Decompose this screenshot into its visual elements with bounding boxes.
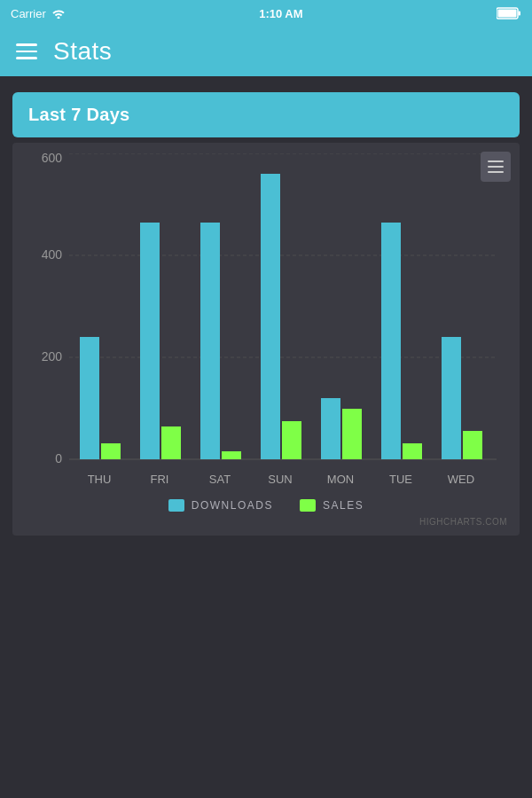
page-title: Stats <box>53 37 112 66</box>
svg-text:400: 400 <box>42 247 63 262</box>
legend-sales: SALES <box>300 499 364 512</box>
hamburger-menu-button[interactable] <box>16 43 37 59</box>
bar-fri-downloads <box>140 223 160 459</box>
bar-sun-sales <box>282 421 301 459</box>
bar-tue-downloads <box>381 223 401 459</box>
period-label: Last 7 Days <box>28 105 129 124</box>
label-fri: FRI <box>151 473 169 486</box>
label-tue: TUE <box>389 473 412 486</box>
svg-text:600: 600 <box>42 153 63 165</box>
chart-menu-button[interactable] <box>481 152 511 182</box>
svg-rect-2 <box>497 10 516 18</box>
carrier-label: Carrier <box>11 7 46 20</box>
time-display: 1:10 AM <box>259 7 302 20</box>
bar-thu-sales <box>101 443 121 459</box>
highcharts-watermark: HIGHCHARTS.COM <box>21 517 511 527</box>
bar-chart: 0 200 400 600 THU FRI <box>27 153 505 490</box>
downloads-label: DOWNLOADS <box>192 499 273 512</box>
header: Stats <box>0 27 532 76</box>
label-sun: SUN <box>268 473 292 486</box>
bar-sat-downloads <box>200 223 220 459</box>
svg-rect-1 <box>518 12 520 16</box>
bar-mon-downloads <box>321 398 340 459</box>
status-right <box>497 7 521 20</box>
status-bar: Carrier 1:10 AM <box>0 0 532 27</box>
bar-fri-sales <box>161 426 181 459</box>
svg-text:0: 0 <box>55 451 62 466</box>
chart-legend: DOWNLOADS SALES <box>21 499 511 515</box>
sales-color-swatch <box>300 499 316 512</box>
label-wed: WED <box>448 473 474 486</box>
bar-wed-sales <box>463 431 482 459</box>
wifi-icon <box>51 8 66 19</box>
downloads-color-swatch <box>168 499 184 512</box>
sales-label: SALES <box>323 499 364 512</box>
bar-sun-downloads <box>261 174 280 459</box>
legend-downloads: DOWNLOADS <box>168 499 273 512</box>
status-left: Carrier <box>11 7 66 20</box>
label-sat: SAT <box>209 473 231 486</box>
label-mon: MON <box>327 473 354 486</box>
battery-icon <box>497 7 521 20</box>
bar-tue-sales <box>403 443 422 459</box>
label-thu: THU <box>88 473 112 486</box>
bar-mon-sales <box>342 409 362 459</box>
svg-text:200: 200 <box>42 349 63 364</box>
bar-wed-downloads <box>442 337 461 459</box>
bar-thu-downloads <box>80 337 99 459</box>
bar-sat-sales <box>222 451 241 459</box>
period-card: Last 7 Days <box>12 92 520 137</box>
chart-container: 0 200 400 600 THU FRI <box>12 143 520 536</box>
chart-svg-wrapper: 0 200 400 600 THU FRI <box>21 153 511 490</box>
